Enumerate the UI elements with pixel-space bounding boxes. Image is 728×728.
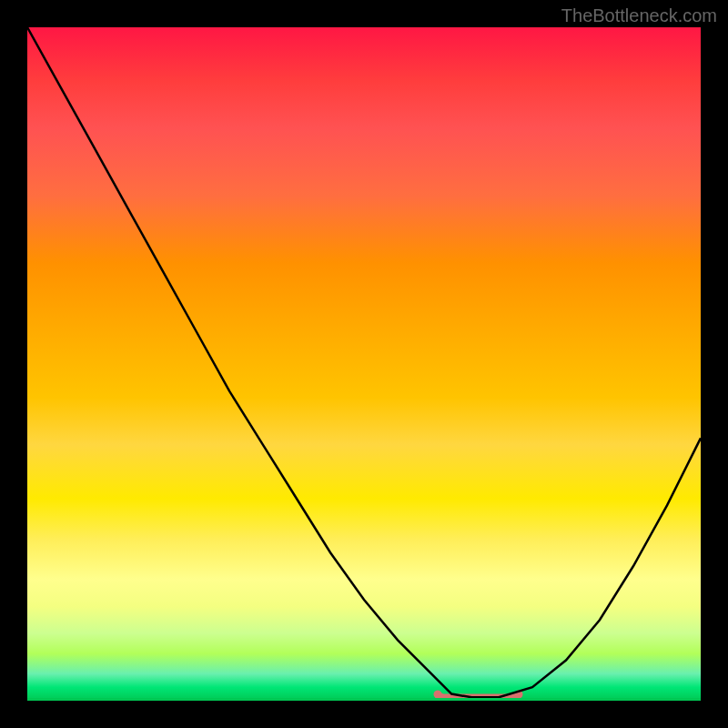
plot-area (27, 27, 701, 701)
baseline (27, 698, 701, 701)
curve-line (27, 27, 701, 697)
watermark-text: TheBottleneck.com (561, 5, 717, 26)
chart-container: TheBottleneck.com (0, 0, 728, 728)
bottleneck-curve (27, 27, 701, 701)
